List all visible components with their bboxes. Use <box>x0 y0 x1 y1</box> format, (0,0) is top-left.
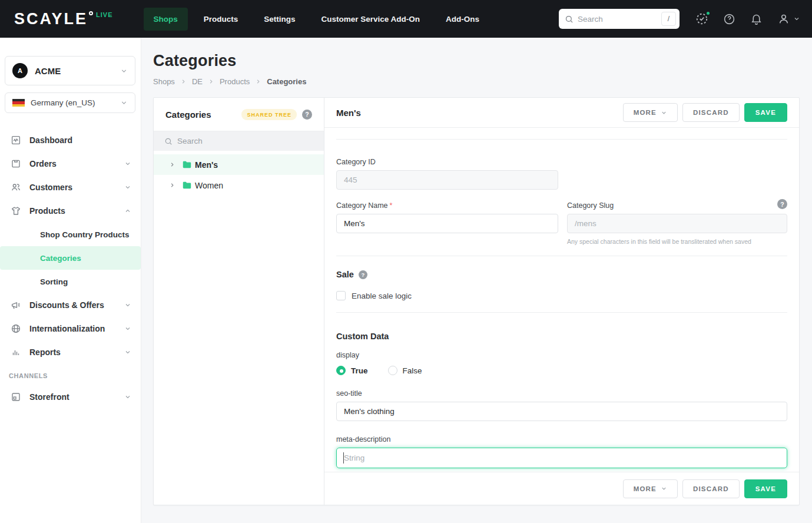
breadcrumb-products[interactable]: Products <box>220 77 250 86</box>
display-field-label: display <box>336 351 787 359</box>
search-icon <box>164 137 173 145</box>
sidebar-item-storefront[interactable]: Storefront <box>0 385 141 409</box>
sidebar-item-sorting[interactable]: Sorting <box>0 270 141 293</box>
locale-selector[interactable]: Germany (en_US) <box>5 92 135 113</box>
breadcrumb-shops[interactable]: Shops <box>153 77 175 86</box>
enable-sale-logic-label: Enable sale logic <box>352 292 412 300</box>
category-detail-panel: Men's MORE DISCARD SAVE Category ID <box>324 98 799 505</box>
more-button-label: MORE <box>634 109 657 116</box>
sidebar-item-label: Shop Country Products <box>40 230 130 239</box>
sidebar-item-customers[interactable]: Customers <box>0 176 141 199</box>
help-icon[interactable]: ? <box>777 199 787 209</box>
more-button[interactable]: MORE <box>623 479 678 498</box>
category-slug-field <box>567 214 787 233</box>
sale-section-title: Sale <box>336 270 354 279</box>
tree-search-input[interactable] <box>177 137 313 145</box>
sidebar-item-shop-country-products[interactable]: Shop Country Products <box>0 223 141 246</box>
category-name-field[interactable] <box>336 214 558 233</box>
tree-item-women[interactable]: Women <box>154 175 324 196</box>
account-menu[interactable] <box>777 12 800 25</box>
radio-selected-icon[interactable] <box>336 366 346 375</box>
divider <box>336 312 787 313</box>
breadcrumb-separator-icon <box>208 78 214 85</box>
seo-title-label: seo-title <box>336 389 787 398</box>
account-icon <box>777 12 790 25</box>
chevron-right-icon[interactable] <box>169 182 175 188</box>
chevron-down-icon <box>661 110 667 116</box>
category-name-label-text: Category Name <box>336 201 388 210</box>
breadcrumb-separator-icon <box>180 78 187 85</box>
chevron-down-icon <box>124 393 131 400</box>
top-nav-addons[interactable]: Add-Ons <box>436 8 489 31</box>
top-nav-shops[interactable]: Shops <box>144 8 188 31</box>
chevron-up-icon <box>124 207 131 214</box>
discard-button[interactable]: DISCARD <box>682 479 740 498</box>
topbar: SCAYLE LIVE Shops Products Settings Cust… <box>0 0 812 38</box>
category-tree: Men's Women <box>154 151 324 196</box>
env-badge: LIVE <box>96 11 112 18</box>
search-icon <box>565 15 574 24</box>
display-false-option[interactable]: False <box>388 366 422 375</box>
chevron-down-icon <box>120 67 128 75</box>
sidebar-item-orders[interactable]: Orders <box>0 152 141 176</box>
sidebar-item-internationalization[interactable]: Internationalization <box>0 317 141 340</box>
shared-tree-badge: SHARED TREE <box>241 109 297 120</box>
chevron-down-icon <box>661 485 667 492</box>
more-button[interactable]: MORE <box>623 103 678 122</box>
enable-sale-logic-checkbox[interactable] <box>336 291 346 300</box>
more-button-label: MORE <box>634 485 657 492</box>
global-search-input[interactable] <box>578 15 661 24</box>
meta-description-field[interactable] <box>336 448 787 468</box>
tenant-selector[interactable]: A ACME <box>5 56 135 85</box>
search-shortcut-key: / <box>661 12 676 26</box>
status-check-icon[interactable] <box>695 12 708 25</box>
scayle-logo[interactable]: SCAYLE LIVE <box>14 10 113 28</box>
enable-sale-logic-option[interactable]: Enable sale logic <box>336 291 787 300</box>
save-button[interactable]: SAVE <box>744 103 787 122</box>
sidebar-item-reports[interactable]: Reports <box>0 340 141 364</box>
global-search[interactable]: / <box>559 9 680 29</box>
discard-button[interactable]: DISCARD <box>682 103 740 122</box>
save-button[interactable]: SAVE <box>744 479 787 498</box>
category-form: Category ID Category Name* Category Slug… <box>324 128 799 472</box>
page-title: Categories <box>153 52 800 70</box>
help-circle-icon[interactable] <box>723 13 735 25</box>
top-nav-products[interactable]: Products <box>194 8 248 31</box>
chevron-down-icon <box>124 160 131 167</box>
sidebar-item-products[interactable]: Products <box>0 199 141 223</box>
top-nav-settings[interactable]: Settings <box>254 8 305 31</box>
sidebar-item-label: Storefront <box>29 392 124 402</box>
chevron-right-icon[interactable] <box>169 161 175 168</box>
seo-title-field[interactable] <box>336 402 787 421</box>
tree-item-label: Men's <box>195 160 218 170</box>
help-icon[interactable]: ? <box>302 110 312 120</box>
germany-flag-icon <box>12 99 25 107</box>
help-icon[interactable]: ? <box>359 270 367 279</box>
radio-unselected-icon[interactable] <box>388 366 397 375</box>
sidebar-item-dashboard[interactable]: Dashboard <box>0 128 141 152</box>
status-online-dot <box>705 11 711 16</box>
globe-icon <box>11 323 21 334</box>
folder-icon <box>182 160 192 170</box>
locale-label: Germany (en_US) <box>31 98 120 107</box>
tree-item-mens[interactable]: Men's <box>154 154 324 175</box>
chevron-down-icon <box>120 99 128 107</box>
sidebar-item-label: Sorting <box>40 277 68 286</box>
tree-search[interactable] <box>154 131 324 151</box>
sidebar-item-discounts-offers[interactable]: Discounts & Offers <box>0 293 141 317</box>
bell-icon[interactable] <box>750 13 763 25</box>
sidebar: A ACME Germany (en_US) Dashboard Orders … <box>0 38 141 523</box>
meta-description-label: meta-description <box>336 435 787 443</box>
chevron-down-icon <box>124 325 131 332</box>
sidebar-section-channels: CHANNELS <box>0 364 141 385</box>
sidebar-item-label: Categories <box>40 254 81 263</box>
bar-chart-icon <box>11 347 21 358</box>
sidebar-item-categories[interactable]: Categories <box>0 246 141 270</box>
breadcrumb-separator-icon <box>255 78 261 85</box>
tenant-name: ACME <box>35 66 120 76</box>
top-nav-customer-service-addon[interactable]: Customer Service Add-On <box>311 8 430 31</box>
breadcrumb-de[interactable]: DE <box>192 77 203 86</box>
category-tree-panel: Categories SHARED TREE ? Men's Women <box>154 98 324 505</box>
required-asterisk: * <box>390 201 393 210</box>
display-true-option[interactable]: True <box>336 366 368 375</box>
